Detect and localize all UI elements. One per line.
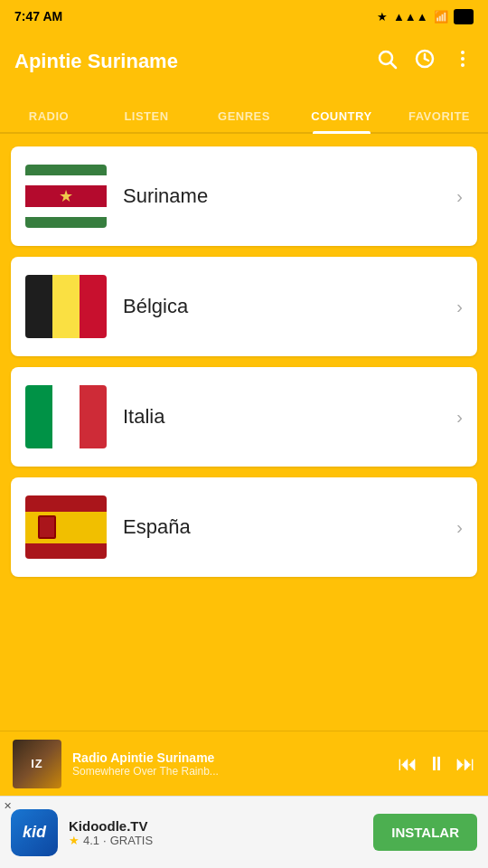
chevron-right-icon: › <box>456 297 463 317</box>
ad-close-button[interactable]: ✕ <box>4 800 12 812</box>
ad-banner: ✕ kid Kidoodle.TV ★ 4.1 · GRATIS INSTALA… <box>0 796 488 868</box>
flag-belgium <box>25 275 107 338</box>
wifi-icon: 📶 <box>434 10 448 24</box>
country-item-suriname[interactable]: ★ Suriname › <box>11 146 477 246</box>
star-icon: ★ <box>69 834 80 847</box>
country-name-suriname: Suriname <box>123 184 456 208</box>
status-icons: ★ ▲▲▲ 📶 88 <box>377 9 474 24</box>
country-name-belgica: Bélgica <box>123 295 456 318</box>
install-button[interactable]: INSTALAR <box>373 814 477 851</box>
svg-point-6 <box>461 57 465 61</box>
chevron-right-icon: › <box>456 517 463 538</box>
tab-radio[interactable]: RADIO <box>0 109 98 132</box>
ad-logo: kid <box>11 809 58 856</box>
header-actions <box>376 48 474 75</box>
track-subtitle: Somewhere Over The Rainb... <box>72 765 387 778</box>
ad-logo-text: kid <box>23 823 46 842</box>
track-title: Radio Apintie Suriname <box>72 750 387 765</box>
nav-tabs: RADIO LISTEN GENRES COUNTRY FAVORITE <box>0 90 488 134</box>
battery-indicator: 88 <box>454 9 474 24</box>
prev-button[interactable]: ⏮ <box>398 752 418 776</box>
country-item-italia[interactable]: Italia › <box>11 367 477 467</box>
country-list: ★ Suriname › Bélgica › Itali <box>0 134 488 590</box>
country-name-italia: Italia <box>123 405 456 429</box>
chevron-right-icon: › <box>456 186 463 207</box>
app-title: Apintie Suriname <box>14 50 178 73</box>
country-item-espana[interactable]: España › <box>11 477 477 577</box>
pause-button[interactable]: ⏸ <box>427 752 446 776</box>
clock-icon[interactable] <box>414 48 436 75</box>
chevron-right-icon: › <box>456 407 463 428</box>
flag-spain <box>25 495 107 559</box>
next-button[interactable]: ⏭ <box>455 752 475 776</box>
svg-line-1 <box>391 63 397 69</box>
ad-info: Kidoodle.TV ★ 4.1 · GRATIS <box>69 818 362 847</box>
now-playing-bar: IZ Radio Apintie Suriname Somewhere Over… <box>0 731 488 796</box>
ad-free-label: GRATIS <box>110 834 153 847</box>
album-text: IZ <box>31 757 43 770</box>
ad-app-name: Kidoodle.TV <box>69 818 362 834</box>
svg-point-5 <box>461 51 465 54</box>
track-info: Radio Apintie Suriname Somewhere Over Th… <box>72 750 387 778</box>
status-time: 7:47 AM <box>14 9 62 24</box>
svg-line-4 <box>425 59 428 61</box>
status-bar: 7:47 AM ★ ▲▲▲ 📶 88 <box>0 0 488 33</box>
ad-rating: ★ 4.1 · GRATIS <box>69 834 362 847</box>
rating-separator: · <box>103 834 107 847</box>
tab-favorite[interactable]: FAVORITE <box>390 109 488 132</box>
more-menu-icon[interactable] <box>452 48 474 75</box>
svg-point-7 <box>461 63 465 67</box>
flag-italy <box>25 385 107 448</box>
player-controls: ⏮ ⏸ ⏭ <box>398 752 475 776</box>
rating-value: 4.1 <box>83 834 99 847</box>
country-name-espana: España <box>123 515 456 539</box>
tab-country[interactable]: COUNTRY <box>293 109 390 132</box>
album-art: IZ <box>13 740 61 788</box>
tab-genres[interactable]: GENRES <box>195 109 293 132</box>
flag-suriname: ★ <box>25 165 107 228</box>
tab-listen[interactable]: LISTEN <box>98 109 195 132</box>
signal-icon: ▲▲▲ <box>393 10 428 24</box>
search-icon[interactable] <box>376 48 398 75</box>
bluetooth-icon: ★ <box>377 10 388 24</box>
country-item-belgica[interactable]: Bélgica › <box>11 257 477 356</box>
app-header: Apintie Suriname <box>0 33 488 90</box>
